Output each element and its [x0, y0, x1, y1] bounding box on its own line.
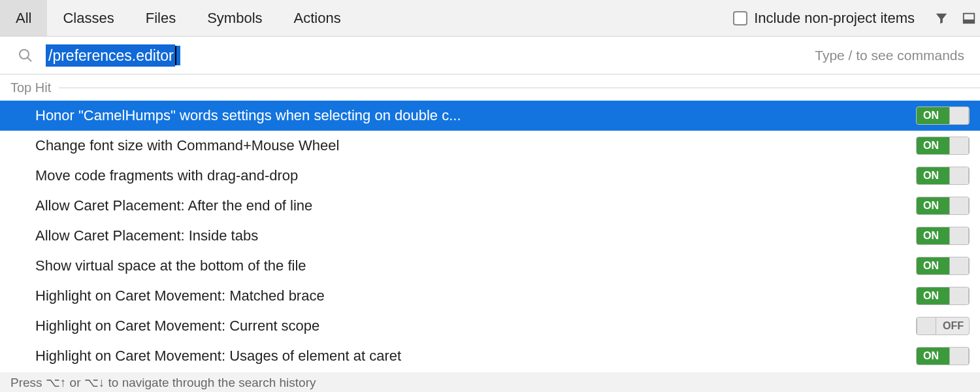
setting-toggle[interactable]: ON: [916, 197, 970, 215]
toggle-knob: [949, 257, 969, 274]
setting-toggle[interactable]: ON: [916, 257, 970, 275]
setting-toggle[interactable]: ON: [916, 227, 970, 245]
result-row[interactable]: Change font size with Command+Mouse Whee…: [0, 131, 980, 161]
toggle-knob: [949, 197, 969, 214]
preview-toggle-icon[interactable]: [958, 7, 980, 29]
toggle-knob: [949, 137, 969, 154]
toggle-state-label: ON: [923, 110, 939, 122]
toggle-state-label: ON: [923, 230, 939, 242]
setting-toggle[interactable]: ON: [916, 106, 970, 125]
result-row[interactable]: Highlight on Caret Movement: Matched bra…: [0, 281, 980, 311]
result-label: Show virtual space at the bottom of the …: [35, 257, 916, 274]
toggle-state-label: OFF: [943, 320, 964, 332]
text-caret: [175, 46, 180, 65]
result-label: Highlight on Caret Movement: Usages of e…: [35, 348, 916, 365]
search-row: /preferences.editor Type / to see comman…: [0, 37, 980, 74]
result-label: Allow Caret Placement: After the end of …: [35, 197, 916, 214]
search-query-text: /preferences.editor: [46, 44, 175, 67]
toggle-knob: [949, 107, 969, 124]
result-row[interactable]: Honor "CamelHumps" words settings when s…: [0, 101, 980, 131]
tab-symbols[interactable]: Symbols: [191, 0, 278, 36]
tab-files[interactable]: Files: [130, 0, 191, 36]
result-label: Move code fragments with drag-and-drop: [35, 167, 916, 184]
tab-bar: AllClassesFilesSymbolsActions Include no…: [0, 0, 980, 37]
include-label: Include non-project items: [754, 10, 915, 27]
toggle-knob: [917, 318, 936, 335]
include-checkbox[interactable]: [733, 11, 747, 25]
toggle-knob: [949, 287, 969, 304]
status-bar: Press ⌥↑ or ⌥↓ to navigate through the s…: [0, 372, 980, 392]
search-input[interactable]: /preferences.editor: [46, 44, 180, 67]
toggle-knob: [949, 167, 969, 184]
search-hint: Type / to see commands: [815, 48, 964, 63]
setting-toggle[interactable]: ON: [916, 137, 970, 155]
result-label: Change font size with Command+Mouse Whee…: [35, 137, 916, 154]
results-list: Honor "CamelHumps" words settings when s…: [0, 101, 980, 371]
toggle-state-label: ON: [923, 170, 939, 182]
toggle-knob: [949, 348, 969, 365]
toggle-state-label: ON: [923, 290, 939, 302]
tab-actions[interactable]: Actions: [278, 0, 357, 36]
toggle-knob: [949, 227, 969, 244]
setting-toggle[interactable]: ON: [916, 167, 970, 185]
include-non-project-row[interactable]: Include non-project items: [733, 10, 925, 27]
result-row[interactable]: Highlight on Caret Movement: Usages of e…: [0, 341, 980, 371]
section-label: Top Hit: [10, 80, 59, 95]
section-divider: [59, 88, 980, 88]
result-row[interactable]: Allow Caret Placement: After the end of …: [0, 191, 980, 221]
tab-all[interactable]: All: [0, 0, 47, 36]
result-label: Honor "CamelHumps" words settings when s…: [35, 107, 916, 124]
toggle-state-label: ON: [923, 350, 939, 362]
setting-toggle[interactable]: ON: [916, 287, 970, 305]
result-row[interactable]: Move code fragments with drag-and-dropON: [0, 161, 980, 191]
svg-line-3: [27, 57, 31, 61]
toggle-state-label: ON: [923, 200, 939, 212]
result-label: Allow Caret Placement: Inside tabs: [35, 227, 916, 244]
search-icon: [16, 46, 35, 65]
status-text: Press ⌥↑ or ⌥↓ to navigate through the s…: [10, 375, 316, 390]
setting-toggle[interactable]: ON: [916, 347, 970, 365]
svg-point-2: [20, 50, 29, 59]
result-row[interactable]: Allow Caret Placement: Inside tabsON: [0, 221, 980, 251]
toggle-state-label: ON: [923, 260, 939, 272]
result-row[interactable]: Show virtual space at the bottom of the …: [0, 251, 980, 281]
result-row[interactable]: Highlight on Caret Movement: Current sco…: [0, 311, 980, 341]
result-label: Highlight on Caret Movement: Current sco…: [35, 318, 916, 335]
setting-toggle[interactable]: OFF: [916, 317, 970, 335]
tab-classes[interactable]: Classes: [47, 0, 129, 36]
toggle-state-label: ON: [923, 140, 939, 152]
svg-rect-1: [964, 19, 975, 23]
section-header: Top Hit: [0, 74, 980, 101]
filter-icon[interactable]: [930, 7, 953, 29]
result-label: Highlight on Caret Movement: Matched bra…: [35, 287, 916, 304]
